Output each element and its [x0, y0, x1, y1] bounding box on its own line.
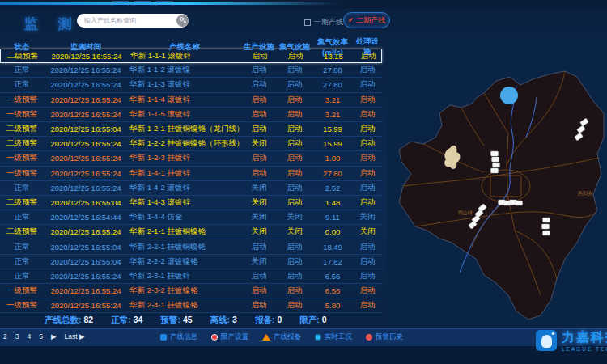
monitor-table: 状态监测时间产线名称生产设施集气设施集气效率(m³/s)处理设施 二级预警202…: [0, 36, 382, 313]
table-row[interactable]: 一级预警2020/12/25 16:55:24华新 1-1-5 滚镀锌启动启动3…: [0, 108, 382, 122]
table-cell: 启动: [241, 153, 277, 163]
logo-subtitle: LEAGUE TECH: [562, 346, 607, 352]
table-cell: 启动: [242, 51, 278, 61]
table-cell: 启动: [353, 271, 382, 281]
search-bar: [77, 14, 189, 28]
table-cell: 二级预警: [0, 124, 44, 134]
table-cell: 启动: [241, 300, 277, 311]
table-cell: 华新 2-3-1 挂镀锌: [128, 271, 241, 281]
table-cell: 启动: [353, 242, 382, 252]
table-row[interactable]: 正常2020/12/25 16:55:24华新 1-4-2 滚镀锌关闭启动2.5…: [0, 181, 382, 196]
table-cell: 华新 1-1-2 滚镀镍: [128, 65, 241, 75]
legend-item-alarm-history[interactable]: 预警历史: [366, 332, 403, 342]
table-cell: 正常: [0, 256, 44, 267]
legend-label: 限产设置: [221, 332, 248, 342]
table-cell: 正常: [0, 242, 44, 252]
table-cell: 启动: [277, 95, 312, 105]
table-row[interactable]: 正常2020/12/25 16:55:04华新 2-2-2 滚镀镍铬关闭启动17…: [0, 255, 382, 269]
table-row[interactable]: 二级预警2020/12/25 16:55:04华新 1-4-3 滚镀锌关闭启动1…: [0, 196, 382, 210]
table-row[interactable]: 正常2020/12/25 16:54:44华新 1-4-4 仿金关闭关闭9.11…: [0, 210, 382, 225]
pagination: 2345▶Last ▶: [3, 332, 84, 341]
phase2-toggle-button[interactable]: ✔ 二期产线: [343, 12, 390, 28]
table-cell: 关闭: [241, 197, 277, 208]
site-marker[interactable]: [493, 163, 500, 167]
table-cell: 启动: [277, 168, 312, 179]
table-row[interactable]: 正常2020/12/25 16:55:24华新 2-3-1 挂镀锌启动启动6.5…: [0, 269, 382, 284]
table-row[interactable]: 正常2020/12/25 16:55:24华新 1-1-3 滚镀锌启动启动27.…: [0, 78, 382, 92]
search-icon[interactable]: [176, 15, 189, 27]
page-button[interactable]: 2: [3, 332, 7, 341]
table-row[interactable]: 正常2020/12/25 16:55:04华新 2-2-1 挂镀铜镍铬启动启动1…: [0, 239, 382, 254]
cluster-count-marker[interactable]: [500, 87, 518, 104]
table-row[interactable]: 一级预警2020/12/25 16:55:24华新 1-1-4 滚镀锌启动启动3…: [0, 93, 382, 108]
table-cell: 2020/12/25 16:55:24: [44, 227, 128, 236]
legend-label: 产线信息: [170, 332, 197, 342]
table-cell: 二级预警: [0, 197, 44, 208]
site-marker[interactable]: [516, 201, 523, 205]
alarm-history-icon: [366, 334, 372, 341]
table-cell: 启动: [353, 168, 382, 179]
table-cell: 27.80: [312, 169, 353, 178]
site-marker[interactable]: [491, 151, 499, 156]
table-cell: 启动: [277, 271, 312, 281]
phase1-checkbox[interactable]: 一期产线: [304, 17, 343, 28]
table-cell: 华新 2-3-2 挂镀镍铬: [128, 286, 241, 296]
monitor-table-header: 状态监测时间产线名称生产设施集气设施集气效率(m³/s)处理设施: [0, 36, 382, 49]
table-row[interactable]: 一级预警2020/12/25 16:55:24华新 1-4-1 挂镀锌启动启动2…: [0, 167, 382, 181]
district-map[interactable]: 同山镇西旧乡: [387, 36, 607, 328]
legend-item-limit-circle[interactable]: 限产设置: [211, 332, 248, 342]
legend-item-info-square[interactable]: 产线信息: [160, 332, 197, 342]
map-place-label: 同山镇: [458, 210, 473, 215]
legend-item-report-triangle[interactable]: 产线报备: [262, 332, 301, 342]
table-cell: 二级预警: [1, 51, 45, 61]
table-row[interactable]: 二级预警2020/12/25 16:55:04华新 1-2-1 挂镀铜镍铬（龙门…: [0, 122, 382, 137]
table-cell: 二级预警: [0, 226, 44, 237]
table-row[interactable]: 二级预警2020/12/25 16:55:24华新 1-2-2 挂镀铜镍铬（环形…: [0, 137, 382, 151]
table-row[interactable]: 二级预警2020/12/25 16:55:24华新 2-1-1 挂镀铜镍铬关闭关…: [0, 225, 382, 239]
table-row[interactable]: 一级预警2020/12/25 16:55:24华新 2-3-2 挂镀镍铬启动启动…: [0, 284, 382, 298]
legend-item-realtime-gauge[interactable]: 实时工况: [315, 332, 352, 342]
page-button[interactable]: 3: [15, 332, 19, 341]
table-cell: 2020/12/25 16:55:24: [44, 154, 128, 163]
table-cell: 0.00: [312, 227, 353, 236]
table-row[interactable]: 一级预警2020/12/25 16:55:24华新 2-4-1 挂镀镍铬启动启动…: [0, 298, 382, 313]
summary-stat: 正常:34: [111, 315, 142, 326]
table-cell: 启动: [353, 124, 382, 134]
phase1-label: 一期产线: [314, 17, 343, 28]
table-cell: 启动: [241, 271, 277, 281]
table-cell: 华新 1-1-3 滚镀锌: [128, 79, 241, 90]
table-cell: 6.56: [312, 286, 353, 295]
next-page-button[interactable]: ▶: [51, 332, 57, 341]
table-cell: 2020/12/25 16:55:24: [44, 169, 128, 178]
realtime-gauge-icon: [315, 334, 321, 341]
map-svg: 同山镇西旧乡: [387, 36, 607, 328]
last-page-button[interactable]: Last ▶: [64, 332, 84, 341]
table-cell: 启动: [277, 124, 312, 134]
page-button[interactable]: 5: [39, 332, 43, 341]
table-row[interactable]: 二级预警2020/12/25 16:55:24华新 1-1-1 滚镀锌启动启动1…: [0, 49, 382, 63]
search-input[interactable]: [77, 17, 176, 24]
table-row[interactable]: 一级预警2020/12/25 16:55:24华新 1-2-3 挂镀锌启动启动1…: [0, 151, 382, 166]
table-row[interactable]: 正常2020/12/25 16:55:24华新 1-1-2 滚镀镍启动启动27.…: [0, 63, 382, 78]
page-button[interactable]: 4: [27, 332, 31, 341]
table-cell: 正常: [0, 212, 44, 222]
league-tech-logo: ✦ 力嘉科技 LEAGUE TECH: [536, 329, 607, 352]
table-cell: 启动: [353, 256, 382, 267]
site-marker[interactable]: [543, 218, 550, 222]
table-cell: 启动: [353, 286, 382, 296]
table-cell: 华新 1-4-4 仿金: [128, 212, 241, 222]
table-cell: 启动: [353, 153, 382, 163]
table-cell: 启动: [353, 183, 382, 193]
table-cell: 18.49: [312, 243, 353, 252]
table-cell: 关闭: [241, 138, 277, 149]
site-marker[interactable]: [492, 157, 499, 162]
site-marker[interactable]: [542, 224, 550, 229]
table-cell: 一级预警: [0, 286, 44, 296]
site-marker[interactable]: [491, 168, 499, 173]
site-marker[interactable]: [543, 231, 550, 235]
legend-label: 产线报备: [274, 332, 301, 342]
table-cell: 关闭: [277, 212, 312, 222]
report-triangle-icon: [262, 334, 270, 341]
table-cell: 一级预警: [0, 109, 44, 120]
checkbox-icon: [304, 19, 311, 26]
